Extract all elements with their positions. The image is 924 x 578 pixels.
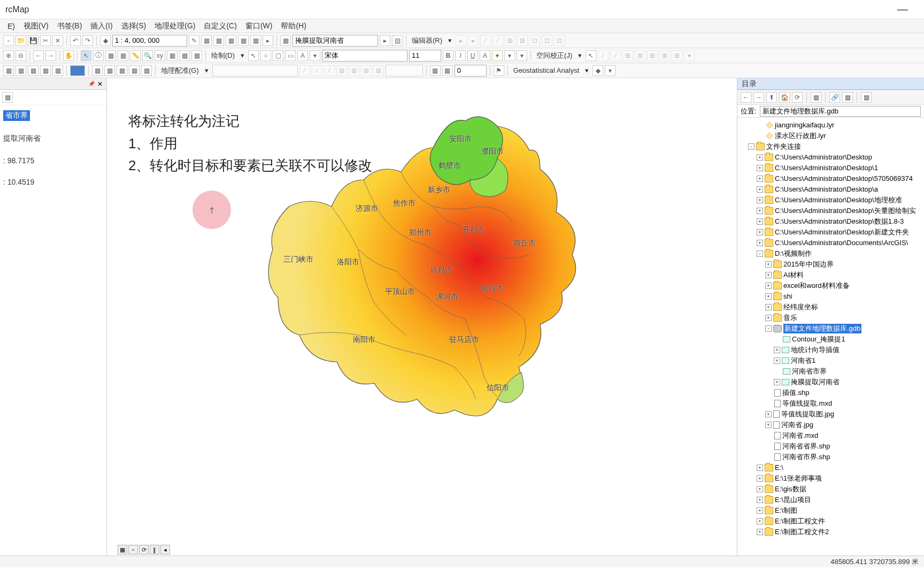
tool-icon[interactable]: ▦ [16, 65, 26, 76]
tree-node[interactable]: +2015年中国边界 [740, 259, 922, 270]
tool-icon[interactable]: ▦ [179, 50, 190, 61]
tree-node[interactable]: +地统计向导插值 [740, 345, 922, 355]
editor-label[interactable]: 编辑器(R) [410, 36, 444, 45]
tree-toggle-icon[interactable]: + [765, 293, 772, 300]
tree-toggle-icon[interactable]: + [757, 529, 763, 535]
editor-tool-icon[interactable]: ✎ [189, 35, 199, 46]
adj-tool-icon[interactable]: ⊞ [647, 50, 658, 61]
tree-node[interactable]: +C:\Users\Administrator\Desktop\矢量图绘制实 [740, 206, 922, 216]
add-data-icon[interactable]: ◆ [100, 35, 111, 46]
pan-fwd-icon[interactable]: → [45, 50, 56, 61]
up-icon[interactable]: ⬆ [766, 92, 777, 103]
tree-node[interactable]: +河南省.jpg [740, 420, 922, 430]
tree-node[interactable]: +E:\1张老师事项 [740, 473, 922, 484]
menu-item[interactable]: 帮助(H) [278, 20, 309, 32]
zoom-out-icon[interactable]: ⊖ [16, 50, 26, 61]
map-canvas[interactable]: 将标注转化为注记 1、作用 2、转化时目标和要素已关联不可以修改 [107, 78, 737, 565]
adj-tool-icon[interactable]: ⊞ [635, 50, 645, 61]
tool-icon[interactable]: ▦ [40, 65, 51, 76]
tool-icon[interactable]: ▦ [105, 50, 116, 61]
delete-icon[interactable]: ✕ [52, 35, 63, 46]
italic-icon[interactable]: I [455, 50, 466, 61]
cut-icon[interactable]: ✂ [40, 35, 51, 46]
draw-arrow-icon[interactable]: ↖ [248, 50, 259, 61]
pause-icon[interactable]: ‖ [150, 545, 159, 554]
menu-item[interactable]: 地理处理(G) [151, 20, 198, 32]
draw-label[interactable]: 绘制(D) [209, 51, 237, 60]
pin-icon[interactable]: 📌 [88, 81, 95, 87]
tool-icon[interactable]: ▦ [104, 65, 115, 76]
adj-tool-icon[interactable]: ⊞ [659, 50, 670, 61]
tree-node[interactable]: +C:\Users\Administrator\Desktop [740, 152, 922, 163]
tool-icon[interactable]: ▦ [442, 65, 453, 76]
toc-layer-selected[interactable]: 省市界 [3, 110, 30, 121]
draw-tool-icon[interactable]: ○ [260, 50, 271, 61]
menu-item[interactable]: 窗口(W) [242, 20, 276, 32]
font-size-combo[interactable]: 11 [409, 50, 441, 62]
xy-icon[interactable]: xy [155, 50, 165, 61]
spatial-adj-label[interactable]: 空间校正(J) [534, 51, 574, 60]
tool-icon[interactable]: ▦ [201, 35, 212, 46]
new-icon[interactable]: ▫ [3, 35, 14, 46]
tree-node[interactable]: +C:\Users\Administrator\Desktop\数据1.8-3 [740, 216, 922, 227]
tool-icon[interactable] [70, 65, 85, 76]
catalog-icon[interactable]: ▦ [280, 35, 291, 46]
refresh-icon[interactable]: ⟳ [792, 92, 803, 103]
adj-tool-icon[interactable]: ∕ [598, 50, 609, 61]
tree-node[interactable]: +C:\Users\Administrator\Desktop\a [740, 184, 922, 195]
tree-toggle-icon[interactable]: + [757, 218, 763, 225]
tree-node[interactable]: -D:\视频制作 [740, 248, 922, 259]
draw-tool-icon[interactable]: ▢ [273, 50, 283, 61]
tool-icon[interactable]: ▾ [310, 50, 320, 61]
pan-icon[interactable]: ✋ [63, 50, 74, 61]
menu-item[interactable]: 书签(B) [54, 20, 86, 32]
tree-toggle-icon[interactable]: + [757, 240, 763, 246]
adj-tool-icon[interactable]: ▾ [684, 50, 695, 61]
tree-node[interactable]: -新建文件地理数据库.gdb [740, 323, 922, 334]
bold-icon[interactable]: B [443, 50, 453, 61]
tree-node[interactable]: 河南省市界 [740, 366, 922, 377]
tree-node[interactable]: +E:\制图工程文件2 [740, 527, 922, 537]
tree-node[interactable]: 河南省.mxd [740, 430, 922, 441]
undo-icon[interactable]: ↶ [70, 35, 81, 46]
zoom-in-icon[interactable]: ⊕ [3, 50, 14, 61]
tool-icon[interactable]: ▤ [392, 35, 403, 46]
layer-combo[interactable]: 掩膜提取河南省 [292, 35, 378, 47]
tool-icon[interactable]: ▦ [141, 65, 152, 76]
font-color-icon[interactable]: A [480, 50, 490, 61]
adj-arrow-icon[interactable]: ↖ [586, 50, 596, 61]
tool-icon[interactable]: ▦ [117, 65, 127, 76]
flag-icon[interactable]: ⚑ [494, 65, 504, 76]
tree-node[interactable]: +AI材料 [740, 270, 922, 280]
underline-icon[interactable]: U [467, 50, 478, 61]
tree-node[interactable]: +E:\制图 [740, 505, 922, 516]
catalog-tree[interactable]: jiangningkaifaqu.lyr溧水区行政图.lyr-文件夹连接+C:\… [737, 118, 924, 557]
edit-tool-icon[interactable]: ▸ [456, 35, 466, 46]
geostat-icon[interactable]: ◆ [592, 65, 603, 76]
tool-icon[interactable]: ▦ [28, 65, 38, 76]
tree-toggle-icon[interactable]: + [757, 507, 763, 514]
tree-toggle-icon[interactable]: + [774, 347, 780, 353]
menu-item[interactable]: 选择(S) [118, 20, 150, 32]
layout-view-tab[interactable]: ▫ [128, 545, 138, 554]
edit-tool-icon[interactable]: ∕ [492, 35, 503, 46]
edit-tool-icon[interactable]: ⊡ [554, 35, 565, 46]
tree-toggle-icon[interactable]: + [765, 272, 772, 278]
tree-toggle-icon[interactable]: + [774, 379, 780, 385]
tree-node[interactable]: +音乐 [740, 313, 922, 323]
edit-tool-icon[interactable]: ⊡ [542, 35, 552, 46]
tool-icon[interactable]: ▦ [3, 65, 14, 76]
tree-node[interactable]: +C:\Users\Administrator\Desktop\地理校准 [740, 195, 922, 206]
tree-toggle-icon[interactable]: - [748, 143, 754, 150]
measure-icon[interactable]: 📏 [130, 50, 141, 61]
tree-toggle-icon[interactable]: + [765, 422, 772, 428]
close-icon[interactable]: ✕ [96, 80, 104, 88]
tree-toggle-icon[interactable]: + [757, 176, 763, 182]
tree-toggle-icon[interactable]: + [757, 486, 763, 492]
edit-tool-icon[interactable]: ∕ [480, 35, 491, 46]
tree-toggle-icon[interactable]: + [765, 304, 772, 310]
tree-toggle-icon[interactable]: + [757, 475, 763, 482]
tool-icon[interactable]: ▦ [167, 50, 178, 61]
tool-icon[interactable]: ⊞ [373, 65, 384, 76]
tree-node[interactable]: 等值线提取.mxd [740, 398, 922, 409]
